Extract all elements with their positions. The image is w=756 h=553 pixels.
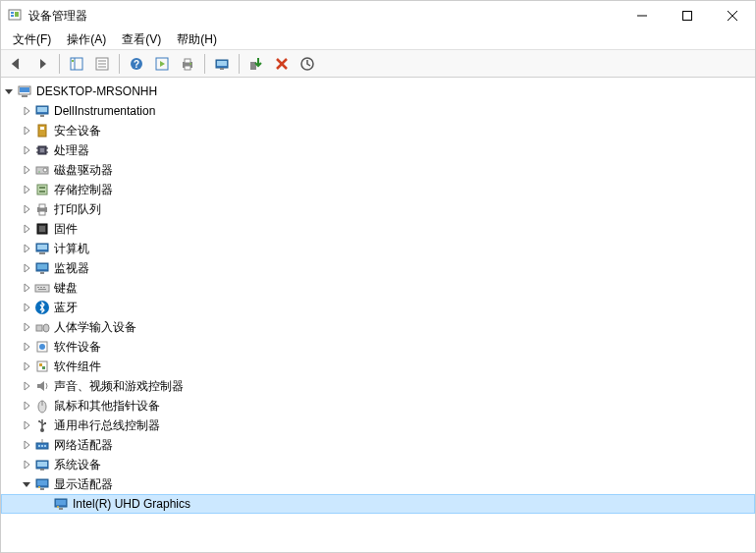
tree-node-mouse[interactable]: 鼠标和其他指针设备	[1, 396, 755, 415]
enable-device-button[interactable]	[244, 52, 268, 76]
expand-icon[interactable]	[19, 221, 34, 237]
tree-node-monitor2[interactable]: 监视器	[1, 258, 755, 278]
disable-device-button[interactable]	[270, 52, 294, 76]
tree-node-printer[interactable]: 打印队列	[1, 199, 755, 219]
expand-icon[interactable]	[19, 359, 34, 374]
help-button[interactable]: ?	[125, 52, 148, 76]
svg-rect-3	[15, 12, 19, 17]
svg-rect-72	[42, 366, 45, 369]
tree-node-monitor[interactable]: DellInstrumentation	[1, 101, 755, 121]
tree-node-label: 软件组件	[54, 359, 101, 375]
tree-node-computer[interactable]: 计算机	[1, 239, 755, 258]
svg-rect-59	[40, 272, 44, 274]
usb-icon	[34, 417, 50, 433]
close-button[interactable]	[710, 1, 755, 30]
svg-rect-50	[39, 204, 45, 208]
window-controls	[620, 1, 755, 30]
expand-icon[interactable]	[19, 417, 34, 433]
properties-button[interactable]	[90, 52, 114, 76]
tree-node-disk[interactable]: 磁盘驱动器	[1, 160, 755, 180]
titlebar: 设备管理器	[1, 1, 755, 30]
action-button[interactable]	[150, 52, 174, 76]
svg-rect-1	[11, 12, 14, 14]
tree-node-network[interactable]: 网络适配器	[1, 435, 755, 455]
svg-rect-20	[185, 66, 190, 70]
tree-root[interactable]: DESKTOP-MRSONHH	[1, 82, 755, 101]
expand-icon[interactable]	[19, 280, 34, 296]
maximize-button[interactable]	[665, 1, 710, 30]
expand-icon[interactable]	[19, 437, 34, 453]
tree-node-software[interactable]: 软件设备	[1, 337, 755, 357]
expand-icon[interactable]	[19, 457, 34, 472]
tree-node-storage[interactable]: 存储控制器	[1, 180, 755, 199]
expand-icon[interactable]	[19, 123, 34, 138]
svg-rect-64	[38, 289, 46, 290]
menu-help[interactable]: 帮助(H)	[169, 29, 225, 50]
svg-point-45	[38, 171, 39, 172]
tree-node-label: 人体学输入设备	[54, 319, 136, 336]
tree-node-firmware[interactable]: 固件	[1, 219, 755, 239]
expand-icon[interactable]	[19, 339, 34, 355]
svg-rect-53	[39, 226, 45, 232]
expand-icon[interactable]	[19, 142, 34, 158]
tree-node-display[interactable]: 显示适配器	[1, 474, 755, 494]
tree-node-system[interactable]: 系统设备	[1, 455, 755, 474]
svg-point-77	[38, 420, 40, 422]
tree-leaf-display[interactable]: Intel(R) UHD Graphics	[1, 494, 755, 514]
expand-icon[interactable]	[19, 103, 34, 119]
sound-icon	[34, 378, 50, 394]
svg-rect-66	[36, 325, 42, 331]
toolbar-separator	[239, 54, 240, 74]
tree-node-label: DellInstrumentation	[54, 104, 155, 118]
collapse-icon[interactable]	[1, 83, 17, 99]
tree-node-hid[interactable]: 人体学输入设备	[1, 317, 755, 337]
tree-node-keyboard[interactable]: 键盘	[1, 278, 755, 298]
svg-rect-93	[59, 508, 63, 510]
expand-icon[interactable]	[19, 241, 34, 256]
expand-icon[interactable]	[19, 319, 34, 335]
tree-node-bluetooth[interactable]: 蓝牙	[1, 298, 755, 317]
menu-view[interactable]: 查看(V)	[114, 29, 169, 50]
svg-rect-5	[683, 12, 692, 21]
tree-node-cpu[interactable]: 处理器	[1, 140, 755, 160]
back-button[interactable]	[5, 52, 28, 76]
expand-icon[interactable]	[19, 300, 34, 315]
tree-node-security[interactable]: 安全设备	[1, 121, 755, 140]
tree-node-usb[interactable]: 通用串行总线控制器	[1, 415, 755, 435]
expand-icon[interactable]	[19, 182, 34, 197]
expand-icon[interactable]	[19, 201, 34, 217]
hid-icon	[34, 319, 50, 335]
update-driver-button[interactable]	[296, 52, 319, 76]
expand-icon[interactable]	[19, 260, 34, 276]
svg-rect-88	[37, 480, 47, 485]
disk-icon	[34, 162, 50, 178]
svg-rect-58	[37, 264, 47, 269]
expand-icon[interactable]	[19, 378, 34, 394]
menu-action[interactable]: 操作(A)	[59, 29, 114, 50]
tree-node-label: 存储控制器	[54, 182, 113, 198]
svg-rect-51	[39, 211, 45, 215]
tree-node-label: 计算机	[54, 241, 89, 257]
display-icon	[53, 496, 69, 512]
collapse-icon[interactable]	[19, 476, 34, 492]
tree-node-sound[interactable]: 声音、视频和游戏控制器	[1, 376, 755, 396]
tree-node-label: 打印队列	[54, 201, 101, 218]
svg-rect-61	[37, 287, 39, 288]
print-button[interactable]	[176, 52, 199, 76]
expand-icon[interactable]	[19, 398, 34, 414]
scan-hardware-button[interactable]	[210, 52, 234, 76]
menu-file[interactable]: 文件(F)	[5, 29, 59, 50]
forward-button[interactable]	[30, 52, 54, 76]
show-hide-tree-button[interactable]	[65, 52, 88, 76]
minimize-button[interactable]	[620, 1, 665, 30]
device-tree[interactable]: DESKTOP-MRSONHHDellInstrumentation安全设备处理…	[1, 78, 755, 552]
expand-icon[interactable]	[19, 162, 34, 178]
svg-rect-48	[39, 191, 45, 193]
tree-node-component[interactable]: 软件组件	[1, 357, 755, 376]
tree-node-label: 显示适配器	[54, 476, 113, 493]
tree-node-label: 软件设备	[54, 339, 101, 356]
svg-rect-30	[20, 87, 29, 92]
svg-rect-47	[39, 187, 45, 189]
tree-node-label: 安全设备	[54, 123, 101, 139]
menubar: 文件(F) 操作(A) 查看(V) 帮助(H)	[1, 30, 755, 50]
